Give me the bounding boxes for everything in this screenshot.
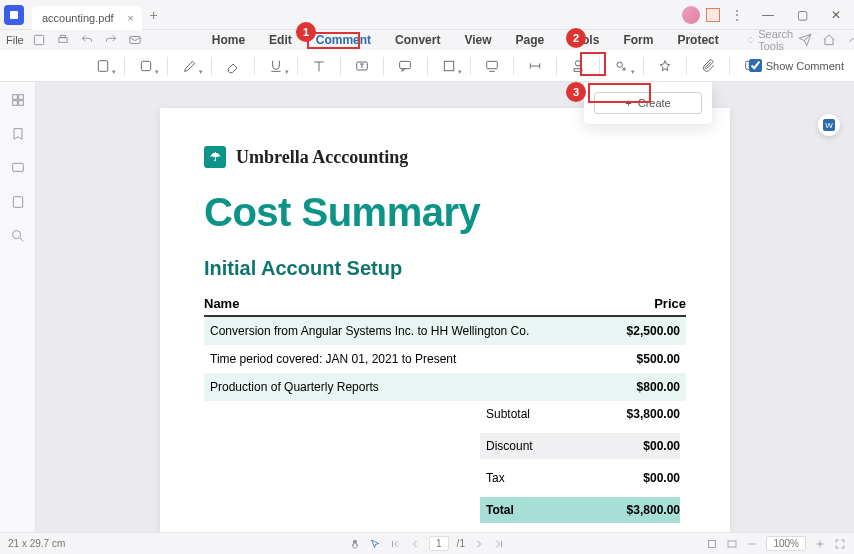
svg-rect-14 xyxy=(12,95,17,100)
create-button[interactable]: + Create xyxy=(594,92,702,114)
close-button[interactable]: ✕ xyxy=(822,1,850,29)
callout-3: 3 xyxy=(566,82,586,102)
hand-tool-icon[interactable] xyxy=(349,538,361,550)
tab-form[interactable]: Form xyxy=(613,30,663,50)
sparkle-icon xyxy=(747,34,754,46)
search-tools[interactable]: Search Tools xyxy=(747,28,798,52)
tab-home[interactable]: Home xyxy=(202,30,255,50)
prev-page-icon[interactable] xyxy=(409,538,421,550)
tab-comment[interactable]: Comment xyxy=(306,30,381,50)
callout-2: 2 xyxy=(566,28,586,48)
svg-rect-1 xyxy=(34,35,43,44)
comment-toolbar: ▾ ▾ ▾ ▾ ▾ ▾ Show Comment xyxy=(0,50,854,82)
body-area: ☂ Umbrella Acccounting Cost Summary Init… xyxy=(0,82,854,532)
tab-protect[interactable]: Protect xyxy=(667,30,728,50)
signature-tool[interactable]: ▾ xyxy=(608,54,634,78)
minimize-button[interactable]: — xyxy=(754,1,782,29)
comments-panel-icon[interactable] xyxy=(10,160,26,176)
callout-tool[interactable] xyxy=(392,54,418,78)
floating-badge[interactable]: W xyxy=(818,114,840,136)
document-title: Cost Summary xyxy=(204,190,686,235)
search-icon[interactable] xyxy=(10,228,26,244)
textbox-tool[interactable] xyxy=(349,54,375,78)
table-row: Production of Quarterly Reports $800.00 xyxy=(204,373,686,401)
search-placeholder: Search Tools xyxy=(758,28,797,52)
send-icon[interactable] xyxy=(798,33,812,47)
redo-icon[interactable] xyxy=(104,33,118,47)
underline-tool[interactable]: ▾ xyxy=(263,54,289,78)
shape-tool[interactable]: ▾ xyxy=(436,54,462,78)
svg-rect-8 xyxy=(400,61,411,68)
svg-point-12 xyxy=(617,62,622,67)
user-avatar[interactable] xyxy=(682,6,700,24)
left-sidebar xyxy=(0,82,36,532)
svg-rect-10 xyxy=(486,61,497,68)
zoom-in-icon[interactable] xyxy=(814,538,826,550)
highlight-tool[interactable]: ▾ xyxy=(133,54,159,78)
stamp-tool[interactable] xyxy=(565,54,591,78)
next-page-icon[interactable] xyxy=(473,538,485,550)
svg-rect-3 xyxy=(60,35,65,37)
eraser-tool[interactable] xyxy=(220,54,246,78)
column-price: Price xyxy=(586,296,686,311)
svg-rect-0 xyxy=(10,11,18,19)
more-icon[interactable]: ⋮ xyxy=(726,7,748,23)
tab-view[interactable]: View xyxy=(454,30,501,50)
add-tab-button[interactable]: + xyxy=(150,7,158,23)
chevron-up-icon[interactable] xyxy=(846,33,854,47)
stamp-create-tool[interactable] xyxy=(651,54,677,78)
svg-rect-4 xyxy=(129,37,140,44)
save-icon[interactable] xyxy=(32,33,46,47)
notification-icon[interactable] xyxy=(706,8,720,22)
page-number-input[interactable]: 1 xyxy=(429,536,449,551)
show-comment-checkbox[interactable] xyxy=(749,59,762,72)
fit-width-icon[interactable] xyxy=(706,538,718,550)
table-row: Time period covered: JAN 01, 2021 to Pre… xyxy=(204,345,686,373)
close-tab-icon[interactable]: × xyxy=(127,12,133,24)
tab-page[interactable]: Page xyxy=(506,30,555,50)
svg-rect-5 xyxy=(98,60,107,71)
cost-table: Name Price Conversion from Angular Syste… xyxy=(204,292,686,529)
select-tool-icon[interactable] xyxy=(369,538,381,550)
section-heading: Initial Account Setup xyxy=(204,257,686,280)
quick-access-toolbar xyxy=(32,33,142,47)
attachments-panel-icon[interactable] xyxy=(10,194,26,210)
svg-rect-22 xyxy=(728,541,736,547)
bookmark-icon[interactable] xyxy=(10,126,26,142)
create-label: Create xyxy=(638,97,671,109)
thumbnails-icon[interactable] xyxy=(10,92,26,108)
stamp-popup: + Create xyxy=(584,82,712,124)
svg-rect-21 xyxy=(709,540,716,547)
document-canvas[interactable]: ☂ Umbrella Acccounting Cost Summary Init… xyxy=(36,82,854,532)
menubar: File Home Edit Comment Convert View Page… xyxy=(0,30,854,50)
attachment-tool[interactable] xyxy=(695,54,721,78)
plus-icon: + xyxy=(625,97,631,109)
measure-tool[interactable] xyxy=(522,54,548,78)
statusbar: 21 x 29.7 cm 1 /1 100% xyxy=(0,532,854,554)
area-highlight-tool[interactable] xyxy=(479,54,505,78)
column-name: Name xyxy=(204,296,586,311)
text-tool[interactable] xyxy=(306,54,332,78)
zoom-level[interactable]: 100% xyxy=(766,536,806,551)
tab-convert[interactable]: Convert xyxy=(385,30,450,50)
print-icon[interactable] xyxy=(56,33,70,47)
page-dimensions: 21 x 29.7 cm xyxy=(8,538,65,549)
mail-icon[interactable] xyxy=(128,33,142,47)
last-page-icon[interactable] xyxy=(493,538,505,550)
maximize-button[interactable]: ▢ xyxy=(788,1,816,29)
pencil-tool[interactable]: ▾ xyxy=(176,54,202,78)
first-page-icon[interactable] xyxy=(389,538,401,550)
home-icon[interactable] xyxy=(822,33,836,47)
undo-icon[interactable] xyxy=(80,33,94,47)
svg-rect-9 xyxy=(444,61,453,70)
note-tool[interactable]: ▾ xyxy=(90,54,116,78)
fit-page-icon[interactable] xyxy=(726,538,738,550)
svg-point-20 xyxy=(12,231,20,239)
show-comment-toggle[interactable]: Show Comment xyxy=(749,59,844,72)
fullscreen-icon[interactable] xyxy=(834,538,846,550)
zoom-out-icon[interactable] xyxy=(746,538,758,550)
page-total: /1 xyxy=(457,538,465,549)
file-menu[interactable]: File xyxy=(6,34,24,46)
document-tab[interactable]: accounting.pdf × xyxy=(32,6,142,30)
table-row: Conversion from Angular Systems Inc. to … xyxy=(204,317,686,345)
